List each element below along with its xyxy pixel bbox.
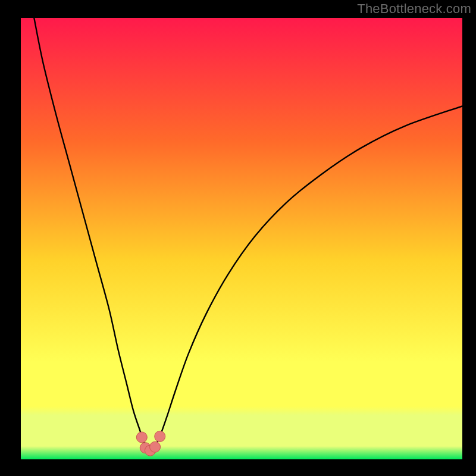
- chart-frame: TheBottleneck.com: [0, 0, 476, 476]
- chart-svg: [21, 18, 462, 459]
- minimum-marker: [155, 431, 165, 441]
- watermark-label: TheBottleneck.com: [357, 1, 471, 17]
- minimum-marker: [136, 432, 147, 443]
- gradient-background: [21, 18, 462, 459]
- plot-area: [21, 18, 462, 459]
- minimum-marker: [150, 441, 161, 452]
